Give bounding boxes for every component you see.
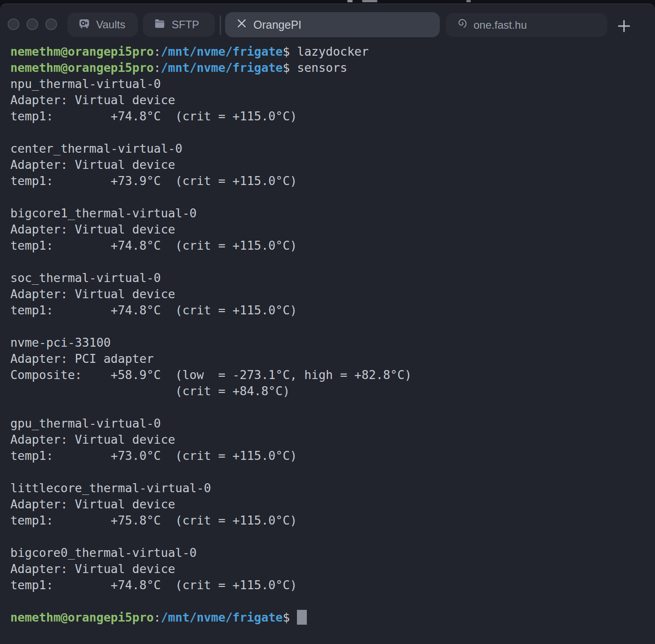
terminal-text-segment: Adapter: Virtual device xyxy=(10,158,175,172)
terminal-line: temp1: +75.8°C (crit = +115.0°C) xyxy=(10,512,651,529)
terminal-line: Adapter: Virtual device xyxy=(10,432,651,448)
terminal-line: center_thermal-virtual-0 xyxy=(10,141,651,157)
terminal-text-segment: nemethm@orangepi5pro xyxy=(10,44,154,58)
terminal-line: nemethm@orangepi5pro:/mnt/nvme/frigate$ … xyxy=(10,44,651,60)
terminal-line: temp1: +74.8°C (crit = +115.0°C) xyxy=(10,238,651,254)
terminal-text-segment: bigcore0_thermal-virtual-0 xyxy=(10,546,197,560)
terminal-line: bigcore1_thermal-virtual-0 xyxy=(10,205,651,221)
vault-icon xyxy=(78,18,90,32)
terminal-line xyxy=(10,399,651,415)
terminal-text-segment: Adapter: Virtual device xyxy=(10,93,175,107)
terminal-line: gpu_thermal-virtual-0 xyxy=(10,415,651,432)
terminal-line: npu_thermal-virtual-0 xyxy=(10,76,651,92)
terminal-text-segment: center_thermal-virtual-0 xyxy=(10,141,182,155)
terminal-text-segment: : xyxy=(154,44,161,58)
background-artifact xyxy=(362,0,377,2)
sftp-button[interactable]: SFTP xyxy=(143,13,215,37)
terminal-line xyxy=(10,593,651,609)
terminal-text-segment: nemethm@orangepi5pro xyxy=(10,610,154,624)
terminal-text-segment: temp1: +75.8°C (crit = +115.0°C) xyxy=(10,513,297,527)
terminal-line: temp1: +73.0°C (crit = +115.0°C) xyxy=(10,448,651,464)
plus-icon xyxy=(615,29,633,36)
terminal-text-segment: (crit = +84.8°C) xyxy=(10,384,290,398)
terminal-line xyxy=(10,318,651,335)
tab-orangepi[interactable]: OrangePI xyxy=(225,12,440,37)
terminal-text-segment: Adapter: PCI adapter xyxy=(10,352,154,366)
minimize-window-button[interactable] xyxy=(27,18,38,30)
terminal-text-segment: : xyxy=(154,610,161,624)
terminal-text-segment: Adapter: Virtual device xyxy=(10,287,175,301)
tab-divider xyxy=(220,15,221,35)
terminal-line: nvme-pci-33100 xyxy=(10,335,651,351)
terminal-line: Adapter: Virtual device xyxy=(10,157,651,173)
terminal-line: Composite: +58.9°C (low = -273.1°C, high… xyxy=(10,367,651,383)
terminal-text-segment: temp1: +74.8°C (crit = +115.0°C) xyxy=(10,303,297,317)
background-artifact xyxy=(347,0,353,2)
terminal-text-segment: temp1: +74.8°C (crit = +115.0°C) xyxy=(10,238,297,252)
window-controls xyxy=(8,18,57,30)
terminal-text-segment: : xyxy=(154,61,161,75)
terminal-line xyxy=(10,254,651,270)
terminal-text-segment: temp1: +73.0°C (crit = +115.0°C) xyxy=(10,449,297,463)
terminal-line: littlecore_thermal-virtual-0 xyxy=(10,480,651,496)
tab-one-fast-hu-label: one.fast.hu xyxy=(474,19,527,31)
tab-one-fast-hu[interactable]: one.fast.hu xyxy=(446,13,607,37)
terminal-text-segment: /mnt/nvme/frigate xyxy=(161,610,283,624)
vaults-button[interactable]: Vaults xyxy=(67,13,138,37)
terminal-line xyxy=(10,464,651,480)
new-tab-button[interactable] xyxy=(615,18,633,35)
host-spiral-icon xyxy=(456,18,468,32)
terminal-text-segment: bigcore1_thermal-virtual-0 xyxy=(10,206,197,220)
terminal-line: Adapter: Virtual device xyxy=(10,561,651,577)
terminal-line: temp1: +74.8°C (crit = +115.0°C) xyxy=(10,302,651,318)
terminal-text-segment: $ xyxy=(283,610,297,624)
terminal-line: Adapter: Virtual device xyxy=(10,286,651,302)
terminal-text-segment: Composite: +58.9°C (low = -273.1°C, high… xyxy=(10,368,412,382)
terminal-cursor xyxy=(297,610,307,625)
terminal-text-segment: Adapter: Virtual device xyxy=(10,432,175,446)
sftp-button-label: SFTP xyxy=(172,18,199,31)
terminal-line: Adapter: PCI adapter xyxy=(10,351,651,367)
terminal-line xyxy=(10,189,651,205)
terminal-line: bigcore0_thermal-virtual-0 xyxy=(10,545,651,561)
terminal-text-segment: /mnt/nvme/frigate xyxy=(161,61,283,75)
close-tab-icon[interactable] xyxy=(236,18,248,32)
terminal-text-segment: Adapter: Virtual device xyxy=(10,497,175,511)
folder-icon xyxy=(154,18,166,32)
terminal-line: temp1: +74.8°C (crit = +115.0°C) xyxy=(10,108,651,124)
terminal-line xyxy=(10,529,651,545)
terminal-text-segment: nvme-pci-33100 xyxy=(10,335,111,349)
terminal-line: nemethm@orangepi5pro:/mnt/nvme/frigate$ xyxy=(10,609,651,626)
terminal-line xyxy=(10,124,651,141)
terminal-text-segment: nemethm@orangepi5pro xyxy=(10,61,154,75)
terminal-line: (crit = +84.8°C) xyxy=(10,383,651,399)
terminal-text-segment: $ lazydocker xyxy=(283,44,368,58)
terminal-line: nemethm@orangepi5pro:/mnt/nvme/frigate$ … xyxy=(10,60,651,76)
terminal-text-segment: Adapter: Virtual device xyxy=(10,222,175,236)
terminal-line: Adapter: Virtual device xyxy=(10,221,651,238)
terminal-text-segment: temp1: +74.8°C (crit = +115.0°C) xyxy=(10,578,297,592)
terminal-text-segment: Adapter: Virtual device xyxy=(10,562,175,576)
terminal-text-segment: soc_thermal-virtual-0 xyxy=(10,271,161,285)
fullscreen-window-button[interactable] xyxy=(45,18,57,30)
terminal-text-segment: /mnt/nvme/frigate xyxy=(161,44,283,58)
terminal-line: Adapter: Virtual device xyxy=(10,92,651,108)
terminal-output[interactable]: nemethm@orangepi5pro:/mnt/nvme/frigate$ … xyxy=(10,44,651,644)
terminal-line: Adapter: Virtual device xyxy=(10,496,651,512)
terminal-text-segment: gpu_thermal-virtual-0 xyxy=(10,416,161,430)
terminal-text-segment: temp1: +74.8°C (crit = +115.0°C) xyxy=(10,109,297,123)
close-window-button[interactable] xyxy=(8,18,19,30)
terminal-line: temp1: +73.9°C (crit = +115.0°C) xyxy=(10,173,651,189)
tab-orangepi-label: OrangePI xyxy=(253,18,301,31)
terminal-text-segment: littlecore_thermal-virtual-0 xyxy=(10,481,211,495)
vaults-button-label: Vaults xyxy=(96,18,125,31)
background-artifact xyxy=(466,0,471,2)
termius-window: Vaults SFTP OrangePI xyxy=(0,4,655,644)
terminal-line: soc_thermal-virtual-0 xyxy=(10,270,651,286)
window-topbar: Vaults SFTP OrangePI xyxy=(0,4,655,44)
terminal-text-segment: npu_thermal-virtual-0 xyxy=(10,77,161,91)
terminal-text-segment: $ sensors xyxy=(283,61,347,75)
terminal-text-segment: temp1: +73.9°C (crit = +115.0°C) xyxy=(10,174,297,188)
terminal-line: temp1: +74.8°C (crit = +115.0°C) xyxy=(10,577,651,593)
